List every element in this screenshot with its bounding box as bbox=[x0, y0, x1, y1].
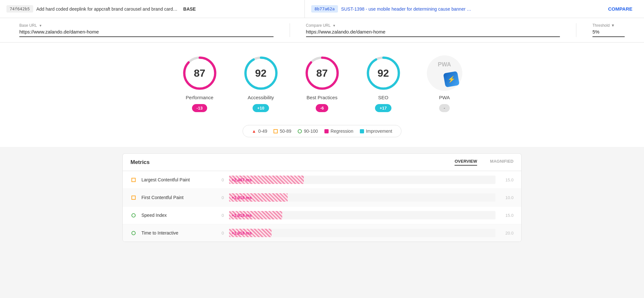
score-badge-accessibility: +10 bbox=[253, 104, 269, 112]
square-teal-icon bbox=[360, 129, 364, 133]
score-value-accessibility: 92 bbox=[255, 67, 267, 79]
scores-section: 87 Performance -13 92 Accessibility +10 … bbox=[0, 43, 644, 119]
metrics-title: Metrics bbox=[130, 159, 442, 166]
metric-bar-wrap: +1,918 ms bbox=[229, 193, 495, 202]
compare-url-field: Compare URL ▼ https://www.zalando.de/dam… bbox=[306, 23, 560, 37]
legend-item-0-49: ▲ 0-49 bbox=[252, 129, 267, 134]
metric-zero: 0 bbox=[217, 178, 224, 182]
compare-button[interactable]: COMPARE bbox=[603, 4, 638, 14]
metric-name: First Contentful Paint bbox=[141, 195, 212, 200]
legend-pill: ▲ 0-49 50-89 90-100 Regression Improveme… bbox=[243, 125, 402, 137]
score-label-accessibility: Accessibility bbox=[248, 95, 274, 100]
metrics-section: Metrics OVERVIEW MAGNIFIED Largest Conte… bbox=[0, 147, 644, 255]
top-bar: 74f642b5 Add hard coded deeplink for app… bbox=[0, 0, 644, 18]
metric-icon-circle bbox=[131, 213, 136, 217]
threshold-chevron: ▼ bbox=[611, 23, 615, 28]
legend-item-improvement: Improvement bbox=[360, 129, 392, 134]
metric-bar-fill: +1,918 ms bbox=[229, 211, 282, 219]
legend-improvement-label: Improvement bbox=[366, 129, 392, 134]
base-url-value: https://www.zalando.de/damen-home bbox=[19, 29, 274, 37]
base-commit-hash: 74f642b5 bbox=[6, 5, 33, 13]
legend-item-regression: Regression bbox=[324, 129, 353, 134]
legend-label-50-89: 50-89 bbox=[280, 129, 291, 134]
pwa-icon: PWA ⚡ bbox=[427, 55, 462, 91]
url-bar-divider2 bbox=[576, 23, 576, 37]
metric-bar-value: +1,918 ms bbox=[229, 231, 252, 236]
score-item-best-practices: 87 Best Practices -6 bbox=[304, 55, 340, 112]
compare-url-label: Compare URL ▼ bbox=[306, 23, 560, 28]
metric-icon-circle bbox=[131, 231, 136, 235]
metric-row: Time to Interactive 0 +1,918 ms 20.0 bbox=[123, 224, 521, 242]
metric-row: Largest Contentful Paint 0 +2,467 ms 15.… bbox=[123, 171, 521, 189]
pwa-bolt-icon: ⚡ bbox=[443, 71, 459, 88]
metric-bar-wrap: +1,918 ms bbox=[229, 211, 495, 219]
base-commit-message: Add hard coded deeplink for appcraft bra… bbox=[36, 6, 178, 12]
metric-bar-fill: +2,467 ms bbox=[229, 176, 304, 184]
metric-bar-fill: +1,918 ms bbox=[229, 193, 288, 202]
compare-commit-hash: 8b77a62a bbox=[311, 5, 338, 13]
url-bar: Base URL ▼ https://www.zalando.de/damen-… bbox=[0, 18, 644, 43]
metric-bar-wrap: +1,918 ms bbox=[229, 229, 495, 237]
legend-item-50-89: 50-89 bbox=[274, 129, 291, 134]
metric-bar-wrap: +2,467 ms bbox=[229, 176, 495, 184]
metrics-header: Metrics OVERVIEW MAGNIFIED bbox=[123, 154, 521, 171]
metric-bar-value: +2,467 ms bbox=[229, 178, 252, 182]
metric-bar-value: +1,918 ms bbox=[229, 213, 252, 218]
legend-label-0-49: 0-49 bbox=[258, 129, 267, 134]
circle-green-icon bbox=[298, 129, 302, 133]
metric-max: 15.0 bbox=[501, 178, 514, 182]
legend-regression-label: Regression bbox=[331, 129, 353, 134]
compare-url-value: https://www.zalando.de/damen-home bbox=[306, 29, 560, 37]
score-label-seo: SEO bbox=[378, 95, 389, 100]
score-item-accessibility: 92 Accessibility +10 bbox=[243, 55, 279, 112]
threshold-value: 5% bbox=[592, 29, 625, 37]
metric-icon-wrap bbox=[130, 195, 136, 200]
score-badge-seo: +17 bbox=[375, 104, 391, 112]
compare-url-chevron: ▼ bbox=[332, 24, 336, 27]
pwa-text-label: PWA bbox=[438, 61, 451, 68]
score-circle-accessibility: 92 bbox=[243, 55, 279, 91]
metric-bar-value: +1,918 ms bbox=[229, 195, 252, 200]
score-circle-performance: 87 bbox=[182, 55, 217, 91]
square-yellow-icon bbox=[274, 129, 278, 133]
metric-icon-wrap bbox=[130, 212, 136, 218]
commit-compare: 8b77a62a SUST-1398 - use mobile header f… bbox=[311, 5, 603, 13]
score-circle-seo: 92 bbox=[366, 55, 401, 91]
metric-max: 10.0 bbox=[501, 195, 514, 200]
score-value-performance: 87 bbox=[194, 67, 206, 79]
metric-name: Speed Index bbox=[141, 213, 212, 218]
score-badge-best-practices: -6 bbox=[316, 104, 329, 112]
metric-icon-square bbox=[131, 178, 136, 182]
score-badge-performance: -13 bbox=[192, 104, 207, 112]
score-value-seo: 92 bbox=[378, 67, 389, 79]
metric-name: Time to Interactive bbox=[141, 230, 212, 236]
bolt-icon: ⚡ bbox=[447, 75, 455, 83]
threshold-field: Threshold ▼ 5% bbox=[592, 23, 625, 37]
legend-section: ▲ 0-49 50-89 90-100 Regression Improveme… bbox=[0, 119, 644, 147]
metric-row: First Contentful Paint 0 +1,918 ms 10.0 bbox=[123, 189, 521, 207]
metrics-rows: Largest Contentful Paint 0 +2,467 ms 15.… bbox=[123, 171, 521, 242]
metric-icon-wrap bbox=[130, 230, 136, 236]
legend-label-90-100: 90-100 bbox=[304, 129, 318, 134]
metric-zero: 0 bbox=[217, 231, 224, 236]
score-label-pwa: PWA bbox=[439, 95, 450, 100]
commit-base: 74f642b5 Add hard coded deeplink for app… bbox=[6, 5, 298, 13]
base-url-field: Base URL ▼ https://www.zalando.de/damen-… bbox=[19, 23, 274, 37]
metric-zero: 0 bbox=[217, 195, 224, 200]
base-url-chevron: ▼ bbox=[39, 24, 42, 27]
tab-magnified[interactable]: MAGNIFIED bbox=[490, 159, 514, 166]
score-item-pwa: PWA ⚡ PWA - bbox=[427, 55, 462, 112]
score-badge-pwa: - bbox=[439, 104, 449, 112]
base-url-label: Base URL ▼ bbox=[19, 23, 274, 28]
legend-item-90-100: 90-100 bbox=[298, 129, 318, 134]
metric-max: 15.0 bbox=[501, 213, 514, 218]
metrics-card: Metrics OVERVIEW MAGNIFIED Largest Conte… bbox=[122, 153, 522, 242]
metric-name: Largest Contentful Paint bbox=[141, 177, 212, 182]
score-label-best-practices: Best Practices bbox=[307, 95, 338, 100]
square-red-icon bbox=[324, 129, 329, 133]
score-value-best-practices: 87 bbox=[316, 67, 328, 79]
tab-overview[interactable]: OVERVIEW bbox=[455, 159, 477, 166]
metric-icon-wrap bbox=[130, 177, 136, 183]
base-label: BASE bbox=[183, 6, 196, 12]
metric-zero: 0 bbox=[217, 213, 224, 218]
